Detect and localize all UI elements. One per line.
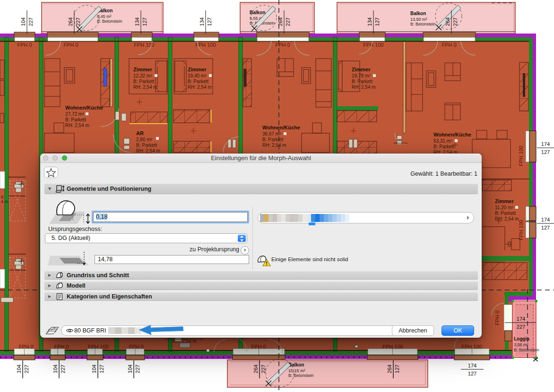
svg-text:Zimmer: Zimmer (495, 198, 514, 204)
svg-text:127: 127 (99, 365, 104, 373)
svg-text:227: 227 (517, 324, 525, 330)
svg-text:FPH 0: FPH 0 (251, 344, 266, 349)
svg-text:AR: AR (136, 130, 144, 136)
svg-text:11,20 m²: 11,20 m² (495, 205, 513, 210)
svg-text:Zimmer: Zimmer (352, 67, 371, 72)
svg-text:B: Parkett: B: Parkett (262, 137, 283, 142)
svg-text:264: 264 (277, 17, 283, 26)
svg-text:FPH 100: FPH 100 (461, 344, 482, 349)
svg-text:Wohnen/Küche: Wohnen/Küche (262, 125, 300, 130)
svg-text:19,78 m²: 19,78 m² (352, 73, 371, 78)
svg-text:Wohnen/Küche: Wohnen/Küche (65, 105, 103, 111)
svg-text:B: Parkett: B: Parkett (433, 144, 454, 149)
svg-text:4 m: 4 m (1, 199, 8, 204)
svg-text:FPH 100: FPH 100 (518, 145, 524, 166)
svg-text:53,31 m²: 53,31 m² (433, 138, 452, 144)
svg-text:174: 174 (517, 316, 525, 322)
svg-text:B: Parkett: B: Parkett (495, 211, 516, 216)
svg-text:104: 104 (127, 365, 133, 373)
svg-text:Balkon: Balkon (250, 10, 265, 15)
svg-text:FPH 0: FPH 0 (494, 310, 500, 325)
svg-text:RH: 2,54 m: RH: 2,54 m (133, 85, 157, 90)
svg-text:174: 174 (541, 141, 550, 147)
svg-text:RH: 2,54 m: RH: 2,54 m (65, 123, 89, 128)
svg-text:227: 227 (24, 365, 29, 373)
svg-text:RH: 2,54 m: RH: 2,54 m (136, 148, 160, 153)
svg-text:27,72 m²: 27,72 m² (65, 111, 84, 117)
svg-text:B: Parkett: B: Parkett (136, 143, 157, 148)
svg-text:B: Parkett: B: Parkett (188, 79, 208, 84)
svg-text:15,15 m²: 15,15 m² (288, 368, 305, 373)
svg-text:B: Betonstein: B: Betonstein (514, 348, 539, 352)
svg-text:227: 227 (260, 365, 266, 373)
svg-text:FPH 100: FPH 100 (382, 344, 403, 349)
svg-text:RH: 2,54 m: RH: 2,54 m (188, 85, 212, 90)
svg-text:FPH 100: FPH 100 (518, 220, 524, 240)
svg-text:264: 264 (387, 365, 392, 373)
svg-text:134: 134 (367, 17, 372, 26)
svg-text:B: Betonstein: B: Betonstein (97, 19, 122, 24)
svg-text:227: 227 (28, 17, 34, 26)
svg-text:RH: 2,54 m: RH: 2,54 m (262, 143, 286, 148)
svg-text:Zimmer: Zimmer (188, 67, 207, 72)
svg-text:174: 174 (468, 363, 476, 368)
svg-text:FPH 0: FPH 0 (63, 42, 78, 48)
svg-text:FPH 100: FPH 100 (88, 344, 108, 349)
svg-text:127: 127 (468, 371, 476, 376)
svg-text:134: 134 (199, 17, 205, 26)
svg-text:Wohnen/Küche: Wohnen/Küche (433, 132, 471, 137)
svg-text:264: 264 (445, 17, 450, 26)
svg-text:264: 264 (68, 17, 73, 26)
svg-text:Balkon: Balkon (410, 11, 426, 16)
svg-text:FPH 0: FPH 0 (18, 344, 33, 349)
svg-text:B: Betonstein: B: Betonstein (288, 373, 314, 378)
svg-text:FPH 0: FPH 0 (441, 42, 456, 48)
svg-text:FPH 0: FPH 0 (54, 344, 69, 349)
svg-text:127: 127 (394, 365, 400, 373)
svg-text:227: 227 (285, 17, 291, 26)
svg-text:127: 127 (541, 225, 550, 230)
svg-text:127: 127 (142, 17, 147, 26)
svg-text:227: 227 (135, 365, 140, 373)
svg-text:127: 127 (541, 149, 550, 155)
svg-text:104: 104 (16, 365, 22, 373)
svg-text:227: 227 (75, 17, 81, 26)
svg-text:RH: 2,54 m: RH: 2,54 m (495, 216, 519, 222)
svg-text:FPH 0: FPH 0 (129, 344, 143, 349)
svg-text:227: 227 (60, 365, 66, 373)
svg-text:104: 104 (91, 365, 97, 373)
svg-text:13,50 m²: 13,50 m² (410, 17, 427, 22)
svg-text:12,32 m²: 12,32 m² (133, 73, 152, 78)
svg-text:B: Parkett: B: Parkett (352, 79, 372, 84)
svg-text:B: Betonstein: B: Betonstein (410, 22, 436, 26)
svg-text:127: 127 (207, 17, 212, 26)
svg-text:B: Parkett: B: Parkett (133, 79, 154, 84)
svg-text:104: 104 (52, 365, 58, 373)
svg-text:Zimmer: Zimmer (133, 67, 152, 72)
svg-text:FPH 100: FPH 100 (363, 42, 383, 48)
svg-text:19,40 m²: 19,40 m² (188, 73, 207, 78)
svg-text:174: 174 (541, 217, 550, 222)
svg-text:RH: 2,54 m: RH: 2,54 m (352, 85, 376, 90)
svg-text:FPH 0: FPH 0 (17, 42, 32, 48)
svg-text:36,67 m²: 36,67 m² (262, 131, 281, 136)
svg-text:104: 104 (20, 17, 26, 26)
svg-text:227: 227 (452, 17, 458, 26)
svg-text:264: 264 (253, 365, 259, 373)
svg-text:127: 127 (374, 17, 380, 26)
svg-text:3,56 m²: 3,56 m² (514, 342, 528, 347)
svg-text:134: 134 (134, 17, 140, 26)
svg-text:FPH 0: FPH 0 (275, 42, 290, 48)
svg-text:B: Parkett: B: Parkett (65, 117, 86, 122)
svg-text:tt: tt (1, 195, 4, 199)
svg-text:2,80 m²: 2,80 m² (136, 137, 153, 142)
